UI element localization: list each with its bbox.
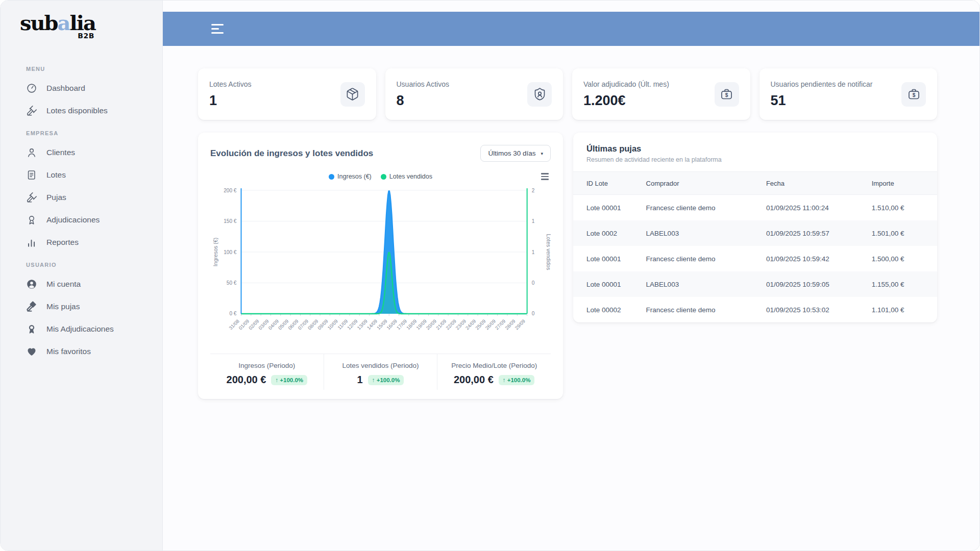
- svg-text:10/09: 10/09: [326, 318, 339, 331]
- briefcase-dollar-icon: $: [720, 87, 733, 101]
- svg-text:0: 0: [532, 311, 535, 316]
- col-importe: Importe: [872, 180, 937, 187]
- hamburger-menu-icon[interactable]: [211, 24, 224, 34]
- heart-filled-icon: [26, 346, 37, 357]
- shield-user-icon: [533, 87, 547, 101]
- col-comprador: Comprador: [646, 180, 766, 187]
- pujas-title: Últimas pujas: [586, 144, 924, 154]
- cell-fecha: 01/09/2025 10:59:42: [766, 255, 872, 263]
- chart-menu-icon[interactable]: [540, 172, 550, 181]
- period-stat-label: Ingresos (Periodo): [210, 362, 324, 369]
- stat-label: Lotes Activos: [209, 80, 252, 88]
- puja-row[interactable]: Lote 00001 LABEL003 01/09/2025 10:59:05 …: [573, 271, 937, 297]
- svg-text:0 €: 0 €: [229, 311, 236, 316]
- period-stat-ingresos-periodo: Ingresos (Periodo) 200,00 € ↑ +100.0%: [210, 354, 324, 390]
- medal-icon: [26, 214, 37, 226]
- cell-importe: 1.101,00 €: [872, 306, 937, 314]
- puja-row[interactable]: Lote 00002 Francesc cliente demo 01/09/2…: [573, 297, 937, 322]
- puja-row[interactable]: Lote 00001 Francesc cliente demo 01/09/2…: [573, 246, 937, 271]
- cell-comprador: LABEL003: [646, 281, 766, 288]
- gavel-icon: [26, 192, 37, 203]
- svg-text:05/09: 05/09: [277, 318, 290, 331]
- date-range-label: Últimos 30 días: [488, 149, 535, 157]
- svg-text:100 €: 100 €: [224, 249, 237, 255]
- chart-legend: Ingresos (€) Lotes vendidos: [210, 172, 551, 181]
- cell-fecha: 01/09/2025 11:00:24: [766, 204, 872, 212]
- cell-comprador: LABEL003: [646, 230, 766, 237]
- puja-row[interactable]: Lote 00001 Francesc cliente demo 01/09/2…: [573, 195, 937, 220]
- svg-text:Lotes vendidos: Lotes vendidos: [546, 234, 551, 270]
- sidebar-item-dashboard[interactable]: Dashboard: [1, 77, 162, 99]
- svg-text:$: $: [725, 92, 728, 98]
- chart-footer-stats: Ingresos (Periodo) 200,00 € ↑ +100.0% Lo…: [210, 354, 551, 390]
- stats-row: Lotes Activos 1 Usuarios Activos 8: [198, 68, 937, 120]
- stat-card-usuarios-activos: Usuarios Activos 8: [385, 68, 564, 120]
- svg-text:18/09: 18/09: [405, 318, 418, 331]
- cell-importe: 1.500,00 €: [872, 255, 937, 263]
- sidebar-section-usuario: USUARIO Mi cuenta Mis pujas: [1, 254, 162, 363]
- svg-text:09/09: 09/09: [316, 318, 329, 331]
- sidebar-item-mi-cuenta[interactable]: Mi cuenta: [1, 273, 162, 295]
- puja-row[interactable]: Lote 0002 LABEL003 01/09/2025 10:59:57 1…: [573, 220, 937, 246]
- svg-text:29/09: 29/09: [513, 318, 526, 331]
- svg-text:1: 1: [532, 218, 535, 224]
- sidebar-item-mis-adjudicaciones[interactable]: Mis Adjudicaciones: [1, 318, 162, 340]
- chevron-down-icon: ▾: [541, 151, 543, 156]
- svg-text:200 €: 200 €: [224, 188, 237, 193]
- legend-dot: [329, 174, 334, 180]
- svg-text:25/09: 25/09: [474, 318, 487, 331]
- sidebar-item-clientes[interactable]: Clientes: [1, 141, 162, 164]
- svg-text:02/09: 02/09: [248, 318, 260, 331]
- period-stat-label: Lotes vendidos (Periodo): [324, 362, 437, 369]
- evolution-area-chart: 0 €050 €0100 €1150 €1200 €231/0801/0902/…: [210, 184, 551, 349]
- legend-items: Ingresos (€) Lotes vendidos: [329, 173, 432, 180]
- legend-dot: [381, 174, 386, 180]
- sidebar-nav: MENU Dashboard Lotes disponibles: [1, 58, 162, 363]
- dashboard-content: Lotes Activos 1 Usuarios Activos 8: [163, 46, 979, 399]
- sidebar-item-mis-favoritos[interactable]: Mis favoritos: [1, 340, 162, 363]
- stat-value: 51: [771, 93, 873, 109]
- stat-card-usuarios-pendientes-de-notificar: Usuarios pendientes de notificar 51 $: [760, 68, 938, 120]
- sidebar-item-reportes[interactable]: Reportes: [1, 231, 162, 254]
- sidebar-item-adjudicaciones[interactable]: Adjudicaciones: [1, 209, 162, 231]
- user-filled-icon: [26, 279, 37, 290]
- cell-importe: 1.501,00 €: [872, 230, 937, 237]
- period-stat-precio-medio-lote-periodo: Precio Medio/Lote (Periodo) 200,00 € ↑ +…: [437, 354, 551, 390]
- legend-item-lotes-vendidos[interactable]: Lotes vendidos: [381, 173, 432, 180]
- cell-importe: 1.510,00 €: [872, 204, 937, 212]
- svg-text:23/09: 23/09: [454, 318, 467, 331]
- bar-chart-icon: [26, 237, 37, 248]
- svg-text:24/09: 24/09: [464, 318, 477, 331]
- sidebar-item-mis-pujas[interactable]: Mis pujas: [1, 295, 162, 318]
- svg-text:13/09: 13/09: [356, 318, 369, 331]
- period-stat-value: 1: [357, 374, 363, 386]
- svg-text:16/09: 16/09: [385, 318, 398, 331]
- sidebar: subalia B2B MENU Dashboard Lotes: [1, 1, 163, 550]
- svg-text:21/09: 21/09: [435, 318, 448, 331]
- package-icon: [346, 87, 359, 101]
- evolution-chart-card: Evolución de ingresos y lotes vendidos Ú…: [198, 133, 563, 399]
- ultimas-pujas-card: Últimas pujas Resumen de actividad recie…: [573, 133, 937, 322]
- svg-text:$: $: [912, 92, 915, 98]
- brand-name: subalia: [20, 13, 95, 33]
- svg-text:12/09: 12/09: [346, 318, 359, 331]
- cell-comprador: Francesc cliente demo: [646, 306, 766, 314]
- stat-value: 1: [209, 93, 252, 109]
- file-icon: [26, 169, 37, 181]
- legend-item-ingresos[interactable]: Ingresos (€): [329, 173, 372, 180]
- cell-fecha: 01/09/2025 10:59:57: [766, 230, 872, 237]
- sidebar-item-pujas[interactable]: Pujas: [1, 186, 162, 209]
- gavel-icon: [26, 105, 37, 116]
- svg-text:08/09: 08/09: [307, 318, 320, 331]
- cell-id-lote: Lote 00001: [573, 255, 646, 263]
- sidebar-item-lotes[interactable]: Lotes: [1, 164, 162, 186]
- sidebar-item-lotes-disponibles[interactable]: Lotes disponibles: [1, 99, 162, 122]
- date-range-dropdown[interactable]: Últimos 30 días ▾: [480, 145, 551, 162]
- svg-text:01/09: 01/09: [237, 318, 250, 331]
- brand-logo: subalia B2B: [1, 13, 95, 40]
- svg-text:22/09: 22/09: [445, 318, 457, 331]
- user-icon: [26, 147, 37, 158]
- cell-comprador: Francesc cliente demo: [646, 255, 766, 263]
- svg-text:2: 2: [532, 188, 535, 193]
- cell-id-lote: Lote 0002: [573, 230, 646, 237]
